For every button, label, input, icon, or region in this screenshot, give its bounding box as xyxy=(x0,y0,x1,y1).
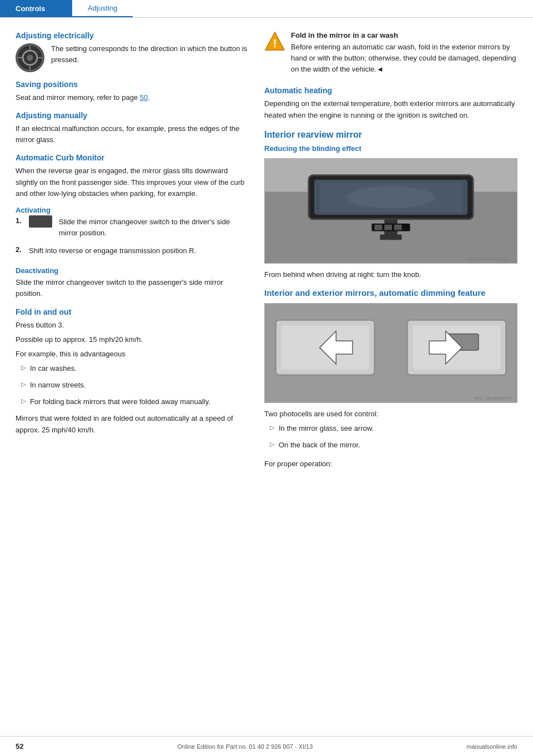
interior-mirror-svg: VPC_02-0325-XXX xyxy=(265,158,517,264)
bullet-narrow-streets: ▷ In narrow streets. xyxy=(16,380,249,394)
svg-text:!: ! xyxy=(273,37,277,49)
auto-dimming-svg: VPC_02-0326-XXX xyxy=(265,303,517,403)
svg-text:VPC_02-0326-XXX: VPC_02-0326-XXX xyxy=(474,396,512,401)
switch-icon xyxy=(29,215,52,228)
svg-rect-16 xyxy=(380,234,401,240)
svg-rect-20 xyxy=(394,224,402,230)
main-content: Adjusting electrically The setting corre… xyxy=(0,18,533,473)
heading-automatic-heating: Automatic heating xyxy=(264,86,517,95)
adjusting-electrically-row: The setting corresponds to the direction… xyxy=(16,43,249,72)
bullet-arrow-icon-4: ▷ xyxy=(270,424,274,431)
activating-step1: 1. Slide the mirror changeover switch to… xyxy=(16,216,249,242)
adjusting-manually-body: If an electrical malfunction occurs, for… xyxy=(16,123,249,145)
left-column: Adjusting electrically The setting corre… xyxy=(16,31,249,473)
header-controls-tab: Controls xyxy=(0,0,72,17)
heading-reducing-blinding: Reducing the blinding effect xyxy=(264,144,517,153)
heading-interior-rearview: Interior rearview mirror xyxy=(264,130,517,140)
possible-text: Possible up to approx. 15 mph/20 km/h. xyxy=(16,334,249,345)
heading-auto-dimming: Interior and exterior mirrors, automatic… xyxy=(264,288,517,298)
bullet-arrow-icon-5: ▷ xyxy=(270,441,274,448)
subheading-activating: Activating xyxy=(16,206,249,214)
automatic-curb-body: When the reverse gear is engaged, the mi… xyxy=(16,165,249,199)
svg-point-2 xyxy=(27,54,33,61)
bullet-arrow-icon: ▷ xyxy=(21,364,26,371)
step1-text: Slide the mirror changeover switch to th… xyxy=(59,216,249,239)
svg-rect-18 xyxy=(374,224,382,230)
header-adjusting-tab: Adjusting xyxy=(72,0,133,17)
reducing-blinding-body: From behind when driving at night: turn … xyxy=(264,269,517,280)
bullet-arrow-icon-3: ▷ xyxy=(21,397,26,405)
interior-mirror-image: VPC_02-0325-XXX xyxy=(264,158,517,264)
bullet-arrow-icon-2: ▷ xyxy=(21,381,26,388)
footer-logo: manualsonline.info xyxy=(466,743,517,750)
heading-adjusting-electrically: Adjusting electrically xyxy=(16,31,249,40)
warning-body: Before entering an automatic car wash, f… xyxy=(291,42,517,75)
auto-dimming-image: VPC_02-0326-XXX xyxy=(264,303,517,403)
warning-carwash: ! Fold in the mirror in a car wash Befor… xyxy=(264,31,517,78)
warning-text-container: Fold in the mirror in a car wash Before … xyxy=(291,31,517,78)
footer-center-text: Online Edition for Part no. 01 40 2 926 … xyxy=(177,743,313,750)
svg-text:VPC_02-0325-XXX: VPC_02-0325-XXX xyxy=(468,256,506,261)
controls-label: Controls xyxy=(16,4,45,13)
automatic-heating-body: Depending on the external temperature, b… xyxy=(264,98,517,120)
adjusting-label: Adjusting xyxy=(88,4,117,12)
warning-heading: Fold in the mirror in a car wash xyxy=(291,31,517,39)
bullet-car-washes: ▷ In car washes. xyxy=(16,363,249,377)
page-footer: 52 Online Edition for Part no. 01 40 2 9… xyxy=(0,736,533,756)
footer-page-number: 52 xyxy=(16,742,23,750)
page-header: Controls Adjusting xyxy=(0,0,533,18)
bullet-mirror-glass: ▷ In the mirror glass, see arrow. xyxy=(264,423,517,437)
bullet-back-mirror: ▷ On the back of the mirror. xyxy=(264,440,517,454)
heading-saving-positions: Saving positions xyxy=(16,80,249,89)
mirrors-folded-text: Mirrors that were folded in are folded o… xyxy=(16,413,249,435)
heading-automatic-curb: Automatic Curb Monitor xyxy=(16,153,249,162)
svg-point-14 xyxy=(347,186,435,208)
deactivating-body: Slide the mirror changeover switch to th… xyxy=(16,277,249,299)
step2-text: Shift into reverse or engage transmissio… xyxy=(29,245,196,256)
page-link-50[interactable]: 50 xyxy=(140,93,148,102)
bullet-folding-back: ▷ For folding back mirrors that were fol… xyxy=(16,396,249,411)
for-proper-operation-text: For proper operation: xyxy=(264,458,517,470)
two-photocells-text: Two photocells are used for control: xyxy=(264,409,517,420)
heading-adjusting-manually: Adjusting manually xyxy=(16,111,249,120)
activating-step2: 2. Shift into reverse or engage transmis… xyxy=(16,245,249,260)
svg-rect-19 xyxy=(384,224,392,230)
adjusting-electrically-body: The setting corresponds to the direction… xyxy=(51,43,249,65)
subheading-deactivating: Deactivating xyxy=(16,266,249,275)
mirror-svg-icon xyxy=(17,43,43,72)
press-button-text: Press button 3. xyxy=(16,320,249,331)
warning-triangle-icon: ! xyxy=(264,31,285,52)
saving-positions-body: Seat and mirror memory, refer to page 50… xyxy=(16,92,249,103)
heading-fold-in-out: Fold in and out xyxy=(16,308,249,316)
for-example-text: For example, this is advantageous xyxy=(16,349,249,360)
right-column: ! Fold in the mirror in a car wash Befor… xyxy=(264,31,517,473)
mirror-control-icon xyxy=(16,43,44,72)
